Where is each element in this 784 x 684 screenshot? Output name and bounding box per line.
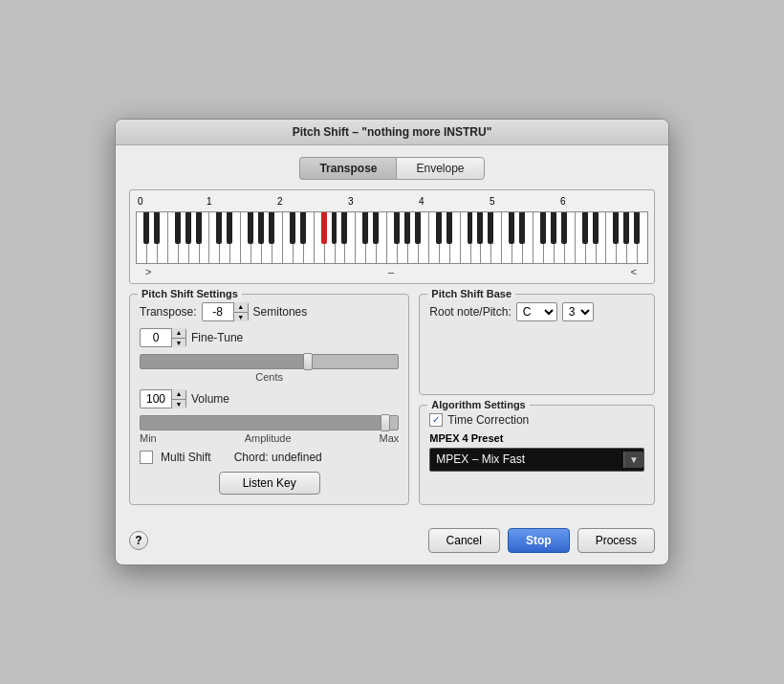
mpex-title: MPEX 4 Preset: [429, 432, 644, 444]
fine-tune-down[interactable]: ▼: [172, 339, 185, 348]
algorithm-title: Algorithm Settings: [427, 399, 529, 410]
note-select[interactable]: CC#DD# EFF#G G#AA#B: [516, 302, 557, 321]
pitch-shift-settings: Pitch Shift Settings Transpose: ▲ ▼ Semi…: [129, 294, 409, 505]
piano-num-1: 1: [207, 196, 212, 207]
help-button[interactable]: ?: [129, 531, 148, 550]
note-dropdown[interactable]: CC#DD# EFF#G G#AA#B: [517, 304, 556, 320]
volume-input[interactable]: ▲ ▼: [140, 389, 186, 408]
fine-tune-value[interactable]: [141, 331, 171, 344]
max-label: Max: [380, 432, 400, 444]
piano-keys: white key positions: [136, 211, 648, 264]
piano-num-2: 2: [277, 196, 283, 207]
fine-tune-up[interactable]: ▲: [172, 328, 185, 339]
piano-num-6: 6: [560, 196, 566, 207]
amplitude-labels: Min Amplitude Max: [140, 432, 399, 444]
transpose-row: Transpose: ▲ ▼ Semitones: [140, 302, 399, 321]
mpex-section: MPEX 4 Preset MPEX – Mix Fast ▼: [429, 432, 644, 472]
time-correction-row: ✓ Time Correction: [429, 413, 644, 427]
time-correction-checkbox[interactable]: ✓: [429, 413, 443, 427]
transpose-up[interactable]: ▲: [234, 302, 248, 313]
mpex-selected: MPEX – Mix Fast: [436, 452, 525, 466]
arrow-left: <: [631, 266, 639, 277]
pitch-shift-settings-title: Pitch Shift Settings: [138, 288, 242, 299]
volume-label: Volume: [191, 392, 229, 406]
piano-num-5: 5: [490, 196, 495, 207]
transpose-input[interactable]: ▲ ▼: [202, 302, 249, 321]
window-title: Pitch Shift – "nothing more INSTRU": [293, 125, 492, 139]
multi-shift-checkbox[interactable]: [140, 451, 153, 464]
volume-down[interactable]: ▼: [172, 400, 185, 409]
chord-label: Chord: undefined: [234, 451, 322, 464]
tab-transpose[interactable]: Transpose: [299, 157, 396, 180]
time-correction-label: Time Correction: [447, 413, 529, 427]
volume-slider-fill: [141, 416, 385, 430]
volume-value[interactable]: [141, 392, 171, 406]
arrow-middle: –: [388, 266, 396, 277]
min-label: Min: [140, 432, 157, 444]
algorithm-settings: Algorithm Settings ✓ Time Correction MPE…: [419, 405, 655, 506]
cents-slider-thumb[interactable]: [303, 353, 313, 370]
cents-slider-container: Cents: [140, 354, 399, 383]
keyboard-container: 0 1 2 3 4 5 6 white key positions: [129, 189, 655, 284]
main-window: Pitch Shift – "nothing more INSTRU" Tran…: [115, 119, 669, 565]
fine-tune-label: Fine-Tune: [191, 331, 243, 344]
bottom-buttons: Cancel Stop Process: [428, 528, 655, 553]
volume-slider-container: Min Amplitude Max: [140, 415, 399, 444]
fine-tune-input[interactable]: ▲ ▼: [140, 328, 186, 347]
transpose-value[interactable]: [203, 305, 233, 319]
root-note-row: Root note/Pitch: CC#DD# EFF#G G#AA#B 123: [429, 302, 644, 321]
transpose-down[interactable]: ▼: [234, 313, 248, 322]
octave-select[interactable]: 123 456: [562, 302, 594, 321]
piano-arrows: > – <: [136, 264, 648, 279]
volume-slider-thumb[interactable]: [381, 414, 390, 431]
multi-shift-label: Multi Shift: [161, 451, 211, 464]
title-bar: Pitch Shift – "nothing more INSTRU": [116, 120, 668, 145]
cents-slider-track[interactable]: [140, 354, 399, 369]
bottom-bar: ? Cancel Stop Process: [116, 519, 668, 564]
tab-envelope[interactable]: Envelope: [396, 157, 484, 180]
cents-slider-fill: [141, 355, 308, 368]
pitch-shift-base: Pitch Shift Base Root note/Pitch: CC#DD#…: [419, 294, 655, 395]
semitones-label: Semitones: [253, 305, 308, 319]
transpose-label: Transpose:: [140, 305, 197, 319]
volume-up[interactable]: ▲: [172, 389, 185, 400]
octave-dropdown[interactable]: 123 456: [563, 304, 593, 320]
fine-tune-row: ▲ ▼ Fine-Tune: [140, 328, 399, 347]
mpex-arrow[interactable]: ▼: [623, 452, 643, 468]
tabs-container: Transpose Envelope: [129, 157, 655, 180]
listen-key-button[interactable]: Listen Key: [219, 472, 320, 495]
arrow-right: >: [145, 266, 153, 277]
amplitude-label: Amplitude: [245, 432, 292, 444]
piano-num-0: 0: [138, 196, 143, 207]
misc-row: Multi Shift Chord: undefined: [140, 451, 399, 464]
volume-slider-track[interactable]: [140, 415, 399, 430]
root-note-label: Root note/Pitch:: [429, 305, 511, 319]
mpex-dropdown[interactable]: MPEX – Mix Fast ▼: [429, 448, 644, 472]
stop-button[interactable]: Stop: [508, 528, 570, 553]
pitch-shift-base-title: Pitch Shift Base: [427, 288, 515, 299]
volume-row: ▲ ▼ Volume: [140, 389, 399, 408]
piano-num-3: 3: [348, 196, 354, 207]
piano-num-4: 4: [419, 196, 425, 207]
cents-label: Cents: [140, 371, 399, 383]
cancel-button[interactable]: Cancel: [428, 528, 500, 553]
process-button[interactable]: Process: [577, 528, 655, 553]
